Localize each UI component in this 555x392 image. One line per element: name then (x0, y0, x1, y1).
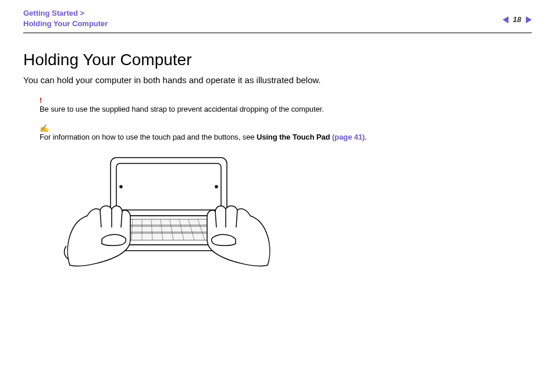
tip-text-before: For information on how to use the touch … (40, 133, 257, 141)
warning-text: Be sure to use the supplied hand strap t… (40, 105, 324, 113)
tip-bold: Using the Touch Pad (257, 133, 332, 141)
intro-text: You can hold your computer in both hands… (23, 75, 532, 85)
svg-rect-1 (116, 163, 221, 210)
page-ref-link[interactable]: (page 41) (332, 133, 365, 141)
tip-note: ✍ For information on how to use the touc… (40, 124, 532, 141)
svg-point-3 (215, 186, 218, 188)
pencil-icon: ✍ (40, 124, 532, 133)
page-number: 18 (512, 15, 522, 24)
breadcrumb-line1: Getting Started > (23, 8, 108, 19)
svg-rect-5 (116, 219, 221, 225)
page-title: Holding Your Computer (23, 51, 532, 69)
warning-note: ! Be sure to use the supplied hand strap… (40, 97, 532, 113)
breadcrumb: Getting Started > Holding Your Computer (23, 8, 108, 29)
svg-point-2 (120, 186, 122, 188)
next-page-icon[interactable] (526, 16, 532, 23)
holding-illustration (47, 152, 291, 268)
page-content: Holding Your Computer You can hold your … (0, 33, 555, 268)
tip-text: For information on how to use the touch … (40, 133, 367, 141)
page-navigator: 18 (503, 15, 532, 24)
breadcrumb-line2: Holding Your Computer (23, 19, 108, 29)
tip-text-after: . (365, 133, 367, 141)
prev-page-icon[interactable] (503, 16, 508, 23)
warning-icon: ! (40, 97, 532, 105)
